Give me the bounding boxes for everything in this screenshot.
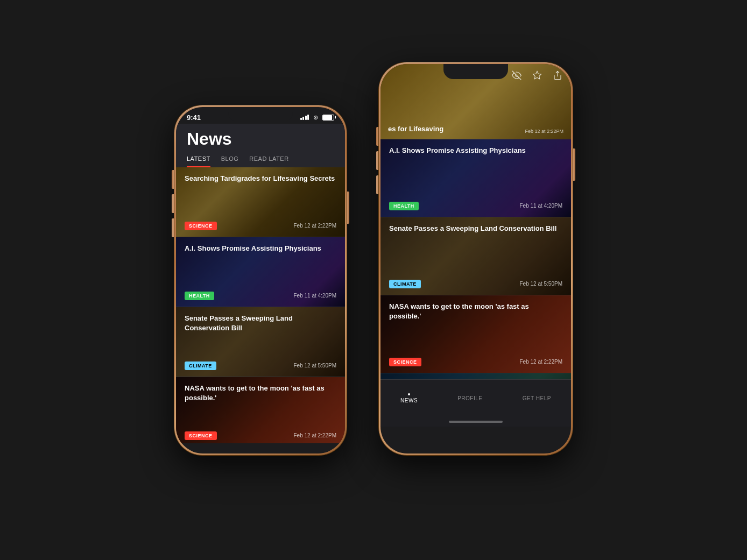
article-1-title: Searching Tardigrades for Lifesaving Sec… <box>185 174 336 183</box>
tabs-container: LATEST BLOG READ LATER <box>187 155 334 167</box>
signal-icon <box>300 115 309 120</box>
detail-article-3-date: Feb 12 at 2:22PM <box>520 359 563 365</box>
detail-article-4-content: 'We have one reef': Key West bans popula… <box>380 373 571 379</box>
detail-article-1-content: A.I. Shows Promise Assisting Physicians … <box>380 139 571 217</box>
nav-label-get-help: GET HELP <box>523 395 551 401</box>
detail-article-2-tag: CLIMATE <box>389 280 421 288</box>
status-time-1: 9:41 <box>187 114 201 122</box>
bottom-nav: NEWS PROFILE GET HELP <box>380 379 571 417</box>
notch-1 <box>228 107 293 122</box>
detail-article-2-meta: CLIMATE Feb 12 at 5:50PM <box>389 280 562 288</box>
detail-article-3-content: NASA wants to get to the moon 'as fast a… <box>380 295 571 373</box>
detail-article-1-date: Feb 11 at 4:20PM <box>520 203 563 209</box>
nav-item-news[interactable]: NEWS <box>400 393 418 403</box>
tab-latest[interactable]: LATEST <box>187 155 210 167</box>
nav-dot-news <box>408 393 410 395</box>
detail-article-1-tag: HEALTH <box>389 202 419 210</box>
article-1-meta: SCIENCE Feb 12 at 2:22PM <box>185 222 336 230</box>
detail-article-3-tag: SCIENCE <box>389 358 421 366</box>
article-3-title: Senate Passes a Sweeping Land Conservati… <box>185 314 336 333</box>
header-actions <box>511 69 563 81</box>
wifi-icon: ⊛ <box>313 114 318 121</box>
phone-1: 9:41 ⊛ News <box>174 105 347 455</box>
article-3[interactable]: Senate Passes a Sweeping Land Conservati… <box>176 307 345 377</box>
header-article-date: Feb 12 at 2:22PM <box>525 129 563 134</box>
article-2-tag: HEALTH <box>185 292 214 300</box>
article-3-meta: CLIMATE Feb 12 at 5:50PM <box>185 361 336 370</box>
article-3-content: Senate Passes a Sweeping Land Conservati… <box>176 307 345 377</box>
article-2[interactable]: A.I. Shows Promise Assisting Physicians … <box>176 237 345 307</box>
article-1-date: Feb 12 at 2:22PM <box>294 223 337 229</box>
detail-article-2[interactable]: Senate Passes a Sweeping Land Conservati… <box>380 217 571 295</box>
scene: 9:41 ⊛ News <box>0 0 747 560</box>
detail-article-3-title: NASA wants to get to the moon 'as fast a… <box>389 302 562 321</box>
tab-blog[interactable]: BLOG <box>221 155 239 167</box>
article-2-meta: HEALTH Feb 11 at 4:20PM <box>185 292 336 300</box>
article-1-tag: SCIENCE <box>185 222 217 230</box>
detail-article-2-title: Senate Passes a Sweeping Land Conservati… <box>389 224 562 233</box>
article-4[interactable]: NASA wants to get to the moon 'as fast a… <box>176 377 345 443</box>
home-indicator <box>380 417 571 427</box>
detail-article-4[interactable]: 'We have one reef': Key West bans popula… <box>380 373 571 379</box>
article-2-date: Feb 11 at 4:20PM <box>294 293 337 299</box>
detail-article-3[interactable]: NASA wants to get to the moon 'as fast a… <box>380 295 571 373</box>
detail-article-2-date: Feb 12 at 5:50PM <box>520 281 563 287</box>
status-icons-1: ⊛ <box>300 114 335 121</box>
home-bar <box>449 421 503 423</box>
detail-article-1[interactable]: A.I. Shows Promise Assisting Physicians … <box>380 139 571 217</box>
detail-article-3-meta: SCIENCE Feb 12 at 2:22PM <box>389 358 562 366</box>
nav-label-news: NEWS <box>400 398 418 403</box>
news-header: News LATEST BLOG READ LATER <box>176 124 345 167</box>
detail-screen: es for Lifesaving Feb 12 at 2:22PM A.I. … <box>380 64 571 427</box>
nav-label-profile: PROFILE <box>457 395 482 401</box>
article-1-content: Searching Tardigrades for Lifesaving Sec… <box>176 167 345 237</box>
article-4-date: Feb 12 at 2:22PM <box>294 433 337 438</box>
phone-2: es for Lifesaving Feb 12 at 2:22PM A.I. … <box>379 62 573 455</box>
share-icon[interactable] <box>552 69 563 81</box>
hide-icon[interactable] <box>511 69 523 81</box>
article-4-tag: SCIENCE <box>185 431 217 440</box>
notch-2 <box>443 64 508 79</box>
detail-articles-list: A.I. Shows Promise Assisting Physicians … <box>380 139 571 379</box>
article-4-title: NASA wants to get to the moon 'as fast a… <box>185 384 336 403</box>
tab-read-later[interactable]: READ LATER <box>249 155 288 167</box>
news-app-title: News <box>187 129 334 149</box>
detail-article-1-meta: HEALTH Feb 11 at 4:20PM <box>389 202 562 210</box>
screen-content-1: News LATEST BLOG READ LATER <box>176 124 345 443</box>
article-4-meta: SCIENCE Feb 12 at 2:22PM <box>185 431 336 440</box>
nav-item-profile[interactable]: PROFILE <box>457 395 482 401</box>
article-4-content: NASA wants to get to the moon 'as fast a… <box>176 377 345 443</box>
article-3-date: Feb 12 at 5:50PM <box>294 363 337 368</box>
detail-article-2-content: Senate Passes a Sweeping Land Conservati… <box>380 217 571 295</box>
header-article-partial-title: es for Lifesaving <box>388 125 544 134</box>
battery-icon <box>322 115 334 120</box>
article-1[interactable]: Searching Tardigrades for Lifesaving Sec… <box>176 167 345 237</box>
svg-marker-1 <box>533 71 541 79</box>
detail-article-1-title: A.I. Shows Promise Assisting Physicians <box>389 146 562 155</box>
article-3-tag: CLIMATE <box>185 361 216 370</box>
nav-item-get-help[interactable]: GET HELP <box>523 395 551 401</box>
article-2-content: A.I. Shows Promise Assisting Physicians … <box>176 237 345 307</box>
star-icon[interactable] <box>531 69 543 81</box>
article-2-title: A.I. Shows Promise Assisting Physicians <box>185 244 336 253</box>
